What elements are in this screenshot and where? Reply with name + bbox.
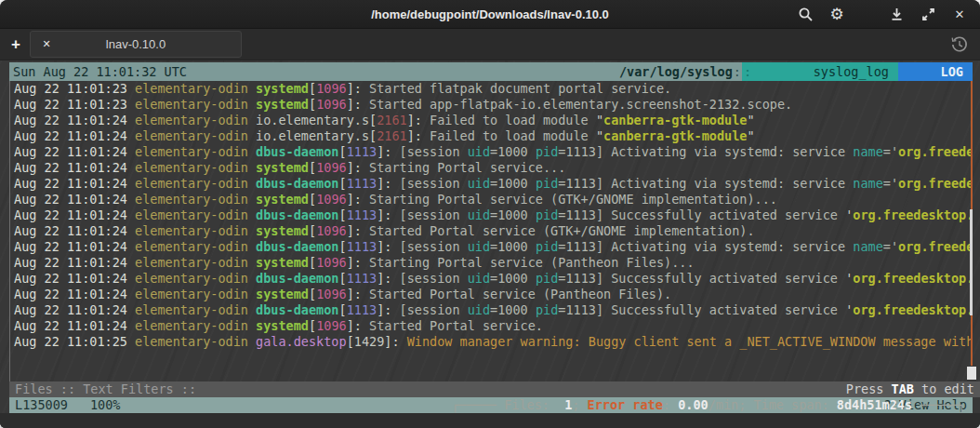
log-line: Aug 22 11:01:24 elementary-odin systemd[… — [14, 223, 973, 239]
scrollbar-end-block — [967, 367, 976, 380]
lnav-top-status-bar: Sun Aug 22 11:01:32 UTC /var/log/syslog … — [9, 62, 973, 81]
log-line: Aug 22 11:01:24 elementary-odin dbus-dae… — [14, 302, 973, 318]
settings-gear-icon[interactable]: ⚙ — [828, 5, 846, 23]
log-line: Aug 22 11:01:24 elementary-odin io.eleme… — [14, 113, 973, 128]
log-line: Aug 22 11:01:24 elementary-odin systemd[… — [14, 255, 973, 271]
log-line: Aug 22 11:01:24 elementary-odin systemd[… — [14, 287, 973, 302]
log-format-label: syslog_log — [814, 64, 889, 79]
download-icon[interactable] — [887, 5, 906, 23]
topbar-spacer — [187, 62, 619, 81]
line-number-indicator: L135009 — [15, 397, 68, 413]
log-view-wrapper: Aug 22 11:01:23 elementary-odin systemd[… — [9, 81, 973, 381]
new-tab-button[interactable]: + — [4, 33, 28, 57]
log-line: Aug 22 11:01:24 elementary-odin dbus-dae… — [14, 271, 973, 287]
breadcrumb-separator2: : — [742, 62, 751, 81]
bottom-hint-bar: Press e/E to move forward/backward throu… — [0, 413, 980, 428]
log-line: Aug 22 11:01:24 elementary-odin systemd[… — [14, 192, 973, 207]
titlebar[interactable]: /home/debugpoint/Downloads/lnav-0.10.0 ⚙ — [0, 0, 980, 29]
log-line: Aug 22 11:01:23 elementary-odin systemd[… — [14, 81, 973, 97]
scrollbar-thumb[interactable] — [970, 209, 973, 315]
resize-expand-icon[interactable] — [919, 5, 937, 23]
log-line: Aug 22 11:01:25 elementary-odin gala.des… — [14, 334, 973, 350]
top-timestamp: Sun Aug 22 11:01:32 UTC — [9, 62, 187, 81]
tab-lnav[interactable]: ✕ lnav-0.10.0 — [30, 31, 242, 58]
close-window-icon[interactable]: ✕ — [950, 5, 969, 23]
filters-hint-press: Press — [846, 381, 892, 396]
session-stats-line: ┌───── Files: 1; Error rate: 0.00/min; T… — [10, 366, 973, 381]
tab-close-icon[interactable]: ✕ — [36, 34, 57, 55]
log-line: Aug 22 11:01:24 elementary-odin dbus-dae… — [14, 207, 973, 223]
scroll-percent: 100% — [90, 397, 121, 413]
log-line: Aug 22 11:01:24 elementary-odin dbus-dae… — [14, 144, 973, 160]
log-format-chip: :syslog_log — [742, 62, 898, 81]
view-mode-chip: LOG — [898, 62, 973, 81]
terminal-content: Sun Aug 22 11:01:32 UTC /var/log/syslog … — [0, 60, 980, 428]
log-line: Aug 22 11:01:24 elementary-odin systemd[… — [14, 318, 973, 334]
breadcrumb-separator: : — [733, 62, 742, 81]
log-line: Aug 22 11:01:24 elementary-odin dbus-dae… — [14, 176, 973, 192]
log-line: Aug 22 11:01:24 elementary-odin systemd[… — [14, 160, 973, 176]
log-line: Aug 22 11:01:24 elementary-odin io.eleme… — [14, 128, 973, 144]
history-icon[interactable] — [950, 35, 969, 54]
terminal-window: /home/debugpoint/Downloads/lnav-0.10.0 ⚙ — [0, 0, 980, 428]
log-line: Aug 22 11:01:24 elementary-odin dbus-dae… — [14, 239, 973, 255]
search-icon[interactable] — [796, 5, 814, 23]
log-lines-area: Aug 22 11:01:23 elementary-odin systemd[… — [10, 81, 973, 366]
tab-label: lnav-0.10.0 — [31, 37, 241, 51]
filters-status-bar: Files :: Text Filters :: Press TAB to ed… — [9, 381, 980, 397]
filters-breadcrumb: Files :: Text Filters :: — [15, 381, 196, 397]
tab-bar: + ✕ lnav-0.10.0 — [0, 29, 980, 60]
log-file-path: /var/log/syslog — [619, 62, 733, 81]
log-line: Aug 22 11:01:23 elementary-odin systemd[… — [14, 97, 973, 113]
